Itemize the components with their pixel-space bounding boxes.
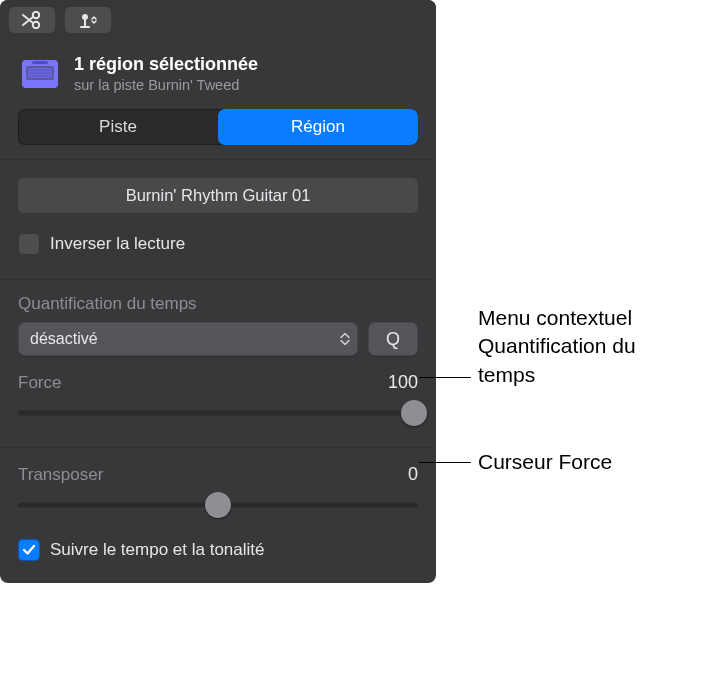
- annotation-quant-menu: Menu contextuel Quantification du temps: [478, 304, 698, 389]
- slider-track: [18, 411, 418, 416]
- region-name-field[interactable]: Burnin' Rhythm Guitar 01: [18, 178, 418, 213]
- region-title: 1 région sélectionnée: [74, 54, 258, 75]
- transpose-label: Transposer: [18, 465, 103, 485]
- section-transpose: Transposer 0 Suivre le tempo et la tonal…: [0, 448, 436, 583]
- svg-point-0: [33, 12, 39, 18]
- follow-checkbox[interactable]: [18, 539, 40, 561]
- check-icon: [22, 544, 36, 556]
- quantize-row: désactivé Q: [18, 322, 418, 356]
- transpose-slider[interactable]: [18, 491, 418, 519]
- toolbar: [0, 0, 436, 38]
- chevron-up-down-icon: [340, 333, 350, 346]
- tab-region[interactable]: Région: [218, 109, 418, 145]
- transpose-row: Transposer 0: [18, 464, 418, 485]
- reverse-label: Inverser la lecture: [50, 234, 185, 254]
- svg-rect-9: [32, 61, 48, 64]
- section-region: Burnin' Rhythm Guitar 01 Inverser la lec…: [0, 160, 436, 279]
- follow-row: Suivre le tempo et la tonalité: [18, 539, 418, 563]
- slider-thumb[interactable]: [401, 400, 427, 426]
- reverse-checkbox[interactable]: [18, 233, 40, 255]
- quantize-dropdown[interactable]: désactivé: [18, 322, 358, 356]
- region-subtitle: sur la piste Burnin' Tweed: [74, 77, 258, 93]
- metronome-menu-button[interactable]: [64, 6, 112, 34]
- svg-point-1: [33, 22, 39, 28]
- header-text: 1 région sélectionnée sur la piste Burni…: [74, 54, 258, 93]
- amp-icon: [20, 57, 60, 91]
- force-label: Force: [18, 373, 61, 393]
- force-row: Force 100: [18, 372, 418, 393]
- follow-label: Suivre le tempo et la tonalité: [50, 540, 265, 560]
- section-quantize: Quantification du temps désactivé Q Forc…: [0, 280, 436, 447]
- metronome-icon: [75, 11, 101, 29]
- force-value[interactable]: 100: [388, 372, 418, 393]
- region-header: 1 région sélectionnée sur la piste Burni…: [0, 38, 436, 103]
- tab-segment: Piste Région: [18, 109, 418, 145]
- inspector-panel: 1 région sélectionnée sur la piste Burni…: [0, 0, 436, 583]
- quantize-button[interactable]: Q: [368, 322, 418, 356]
- force-slider[interactable]: [18, 399, 418, 427]
- slider-thumb[interactable]: [205, 492, 231, 518]
- scissors-icon: [19, 11, 45, 29]
- transpose-value[interactable]: 0: [408, 464, 418, 485]
- leader-line: [419, 462, 471, 463]
- tab-piste[interactable]: Piste: [18, 109, 218, 145]
- reverse-row: Inverser la lecture: [18, 233, 418, 261]
- scissors-button[interactable]: [8, 6, 56, 34]
- annotation-force-slider: Curseur Force: [478, 448, 612, 476]
- leader-line: [419, 377, 471, 378]
- quantize-value: désactivé: [30, 330, 98, 348]
- quantize-label: Quantification du temps: [18, 294, 418, 314]
